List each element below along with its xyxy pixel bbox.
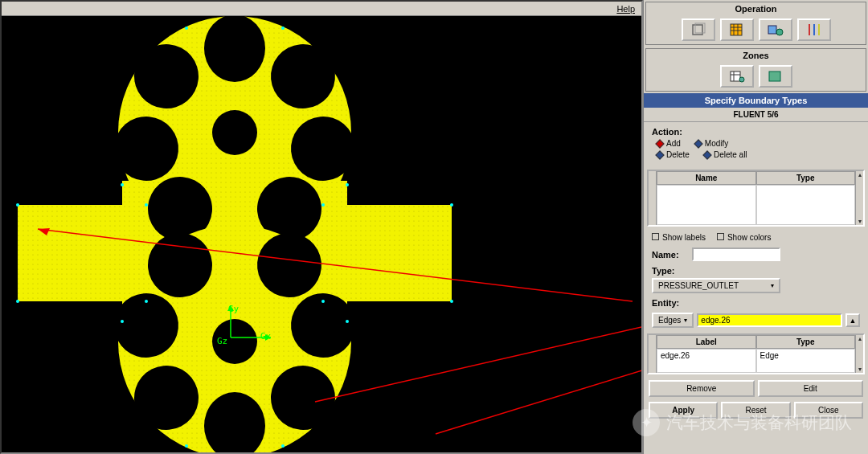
axis-gz-label: Gz <box>217 336 227 346</box>
table-scroll-right[interactable]: ▴▾ <box>855 171 863 225</box>
svg-point-44 <box>450 300 453 303</box>
svg-point-38 <box>145 300 148 303</box>
action-deleteall-radio[interactable]: Delete all <box>704 150 747 159</box>
right-panel: Operation Zones Specify Boundary Types F… <box>643 0 868 454</box>
type-value: PRESSURE_OUTLET <box>658 281 739 290</box>
mesh-icon[interactable] <box>720 18 754 41</box>
boundary-titlebar: Specify Boundary Types <box>644 93 868 108</box>
show-labels-label: Show labels <box>662 233 706 242</box>
svg-point-43 <box>450 203 453 207</box>
svg-point-34 <box>121 320 124 323</box>
continuum-types-icon[interactable] <box>759 65 792 88</box>
zones-tool-icon[interactable] <box>759 18 792 41</box>
svg-line-52 <box>315 325 641 402</box>
action-add-label: Add <box>666 139 681 148</box>
entity-input[interactable] <box>697 313 842 327</box>
type-dropdown[interactable]: PRESSURE_OUTLET ▾ <box>652 278 780 293</box>
model-viewport[interactable]: Help <box>0 0 643 454</box>
dropdown-arrow-icon: ▾ <box>684 317 687 324</box>
help-menu[interactable]: Help <box>616 4 635 14</box>
svg-point-11 <box>204 16 265 82</box>
svg-point-68 <box>739 77 744 82</box>
svg-point-39 <box>321 203 325 207</box>
action-delete-label: Delete <box>666 150 690 159</box>
action-modify-radio[interactable]: Modify <box>695 139 728 148</box>
svg-point-46 <box>281 27 285 30</box>
svg-point-36 <box>346 320 349 323</box>
zones-panel: Zones <box>645 48 866 92</box>
svg-point-18 <box>212 110 257 155</box>
svg-point-41 <box>16 203 19 207</box>
table-scroll-left[interactable] <box>649 171 657 225</box>
boundary-types-icon[interactable] <box>720 65 754 88</box>
operation-panel: Operation <box>645 2 866 45</box>
action-delete-radio[interactable]: Delete <box>657 150 690 159</box>
axis-gy-label: Gy <box>228 304 239 314</box>
col-type: Type <box>756 171 856 185</box>
entity-row-type: Edge <box>756 349 856 373</box>
entity-label: Entity: <box>652 298 687 308</box>
boundary-table-body[interactable] <box>657 185 855 225</box>
svg-rect-69 <box>769 72 780 81</box>
entity-table-body[interactable]: edge.26 Edge <box>657 349 855 373</box>
entity-table: Label Type edge.26 Edge ▴▾ <box>647 333 865 374</box>
gear-pump-drawing <box>2 16 641 452</box>
svg-line-51 <box>436 370 641 434</box>
dropdown-arrow-icon: ▾ <box>771 282 774 289</box>
entity-scroll-right[interactable]: ▴▾ <box>855 335 863 373</box>
col-type2: Type <box>756 335 856 349</box>
svg-point-40 <box>321 300 325 303</box>
entity-kind-dropdown[interactable]: Edges ▾ <box>652 313 694 328</box>
show-labels-checkbox[interactable]: Show labels <box>652 233 706 242</box>
entity-up-button[interactable]: ▲ <box>845 313 860 327</box>
col-label: Label <box>657 335 756 349</box>
remove-button[interactable]: Remove <box>649 380 755 397</box>
axis-gx-label: Gx <box>260 331 271 342</box>
action-add-radio[interactable]: Add <box>657 139 681 148</box>
close-button[interactable]: Close <box>794 402 863 419</box>
viewport-canvas[interactable]: Gy Gx Gz <box>2 16 641 452</box>
svg-point-61 <box>776 29 783 35</box>
viewport-menubar: Help <box>2 2 641 16</box>
boundary-table: Name Type ▴▾ <box>647 170 865 227</box>
type-label: Type: <box>652 266 687 276</box>
entity-kind-value: Edges <box>658 316 681 325</box>
entity-row-label[interactable]: edge.26 <box>657 349 756 373</box>
svg-point-37 <box>145 203 148 207</box>
apply-button[interactable]: Apply <box>649 402 718 419</box>
name-label: Name: <box>652 250 687 260</box>
svg-rect-55 <box>731 24 742 35</box>
svg-point-48 <box>281 444 285 448</box>
svg-rect-65 <box>731 72 740 81</box>
tools-icon[interactable] <box>797 18 831 41</box>
show-colors-label: Show colors <box>727 233 771 242</box>
entity-scroll-left[interactable] <box>649 335 657 373</box>
col-name: Name <box>657 171 756 185</box>
action-deleteall-label: Delete all <box>714 150 747 159</box>
action-modify-label: Modify <box>705 139 728 148</box>
geometry-icon[interactable] <box>682 18 715 41</box>
name-input[interactable] <box>692 247 780 261</box>
svg-point-47 <box>185 444 188 448</box>
zones-header: Zones <box>646 49 866 62</box>
svg-point-35 <box>346 183 349 186</box>
solver-label: FLUENT 5/6 <box>644 108 868 122</box>
operation-header: Operation <box>646 2 866 15</box>
action-label: Action: <box>652 127 682 137</box>
edit-button[interactable]: Edit <box>758 380 864 397</box>
show-colors-checkbox[interactable]: Show colors <box>717 233 771 242</box>
svg-point-33 <box>121 183 124 186</box>
svg-point-42 <box>16 300 19 303</box>
svg-rect-60 <box>768 26 776 34</box>
reset-button[interactable]: Reset <box>721 402 790 419</box>
action-section: Action: Add Modify Delete Delete all <box>644 122 868 166</box>
svg-point-45 <box>185 27 188 30</box>
